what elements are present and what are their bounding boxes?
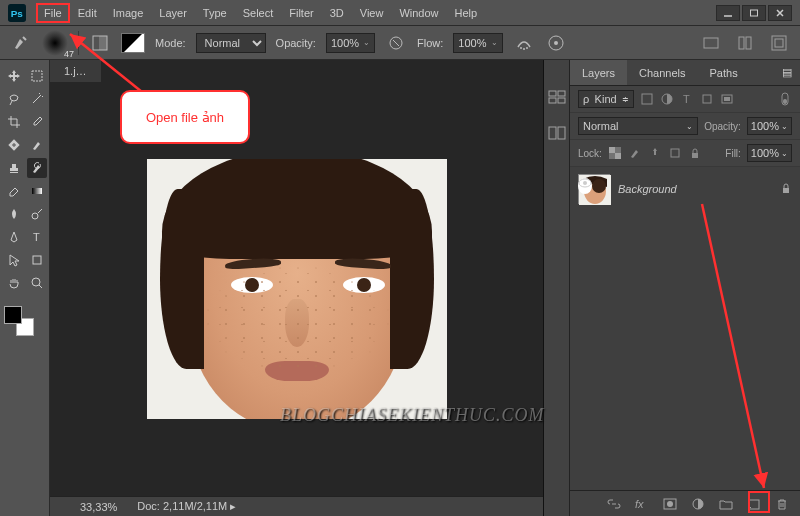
healing-brush-tool[interactable] xyxy=(4,135,24,155)
opacity-field[interactable]: 100%⌄ xyxy=(326,33,375,53)
adjustment-layer-icon[interactable] xyxy=(690,496,706,512)
fill-field[interactable]: 100%⌄ xyxy=(747,144,792,162)
filter-smart-icon[interactable] xyxy=(720,92,734,106)
layer-fx-icon[interactable]: fx xyxy=(634,496,650,512)
mode-label: Mode: xyxy=(155,37,186,49)
svg-rect-3 xyxy=(751,10,758,16)
panel-tabs: Layers Channels Paths ▤ xyxy=(570,60,800,86)
collapsed-panel-icon-1[interactable] xyxy=(548,90,566,106)
svg-rect-30 xyxy=(642,94,652,104)
panel-menu-icon[interactable]: ▤ xyxy=(774,60,800,85)
layer-visibility-icon[interactable] xyxy=(578,178,592,194)
pressure-size-icon[interactable] xyxy=(545,32,567,54)
options-icon-1[interactable] xyxy=(700,32,722,54)
filter-type-icon[interactable]: T xyxy=(680,92,694,106)
blur-tool[interactable] xyxy=(4,204,24,224)
wand-tool[interactable] xyxy=(27,89,47,109)
svg-rect-16 xyxy=(775,39,783,47)
svg-rect-39 xyxy=(609,147,615,153)
layer-row-background[interactable]: Background xyxy=(570,171,800,207)
layer-opacity-label: Opacity: xyxy=(704,121,741,132)
layer-name[interactable]: Background xyxy=(618,183,677,195)
layer-mask-icon[interactable] xyxy=(662,496,678,512)
lock-artboard-icon[interactable] xyxy=(668,146,682,160)
options-icon-2[interactable] xyxy=(734,32,756,54)
svg-rect-26 xyxy=(549,98,556,103)
stamp-tool[interactable] xyxy=(4,158,24,178)
layers-panel-footer: fx xyxy=(570,490,800,516)
svg-rect-25 xyxy=(558,91,565,96)
menu-layer[interactable]: Layer xyxy=(151,3,195,23)
tool-preset-picker[interactable] xyxy=(10,32,32,54)
svg-rect-40 xyxy=(615,153,621,159)
move-tool[interactable] xyxy=(4,66,24,86)
tab-channels[interactable]: Channels xyxy=(627,60,697,85)
hand-tool[interactable] xyxy=(4,273,24,293)
filter-adjust-icon[interactable] xyxy=(660,92,674,106)
brush-preset-picker[interactable]: 47 xyxy=(42,30,68,56)
flow-field[interactable]: 100%⌄ xyxy=(453,33,502,53)
options-bar: 47 Mode: Normal Opacity: 100%⌄ Flow: 100… xyxy=(0,26,800,60)
svg-point-8 xyxy=(523,48,525,50)
marquee-tool[interactable] xyxy=(27,66,47,86)
pressure-opacity-icon[interactable] xyxy=(385,32,407,54)
pen-tool[interactable] xyxy=(4,227,24,247)
menu-type[interactable]: Type xyxy=(195,3,235,23)
lock-pixels-icon[interactable] xyxy=(628,146,642,160)
foreground-color-swatch[interactable] xyxy=(4,306,22,324)
filter-toggle-icon[interactable] xyxy=(778,92,792,106)
menu-view[interactable]: View xyxy=(352,3,392,23)
blend-mode-select[interactable]: Normal xyxy=(196,33,266,53)
svg-point-11 xyxy=(554,41,558,45)
menu-edit[interactable]: Edit xyxy=(70,3,105,23)
filter-pixel-icon[interactable] xyxy=(640,92,654,106)
layer-blend-select[interactable]: Normal⌄ xyxy=(578,117,698,135)
brush-panel-toggle-icon[interactable] xyxy=(89,32,111,54)
link-layers-icon[interactable] xyxy=(606,496,622,512)
menu-window[interactable]: Window xyxy=(391,3,446,23)
svg-rect-28 xyxy=(549,127,556,139)
window-minimize-button[interactable] xyxy=(716,5,740,21)
new-layer-icon[interactable] xyxy=(746,496,762,512)
lock-transparency-icon[interactable] xyxy=(608,146,622,160)
menu-filter[interactable]: Filter xyxy=(281,3,321,23)
shape-tool[interactable] xyxy=(27,250,47,270)
menu-file[interactable]: File xyxy=(36,3,70,23)
window-restore-button[interactable] xyxy=(742,5,766,21)
delete-layer-icon[interactable] xyxy=(774,496,790,512)
dodge-tool[interactable] xyxy=(27,204,47,224)
lock-position-icon[interactable] xyxy=(648,146,662,160)
options-icon-3[interactable] xyxy=(768,32,790,54)
layer-group-icon[interactable] xyxy=(718,496,734,512)
gradient-tool[interactable] xyxy=(27,181,47,201)
document-tab[interactable]: 1.j… xyxy=(50,60,101,82)
crop-tool[interactable] xyxy=(4,112,24,132)
path-select-tool[interactable] xyxy=(4,250,24,270)
layer-opacity-field[interactable]: 100%⌄ xyxy=(747,117,792,135)
type-tool[interactable]: T xyxy=(27,227,47,247)
history-brush-tool[interactable] xyxy=(27,158,47,178)
eyedropper-tool[interactable] xyxy=(27,112,47,132)
airbrush-icon[interactable] xyxy=(513,32,535,54)
menu-help[interactable]: Help xyxy=(447,3,486,23)
color-swatches[interactable] xyxy=(4,306,34,336)
zoom-level[interactable]: 33,33% xyxy=(80,501,117,513)
menu-image[interactable]: Image xyxy=(105,3,152,23)
document-canvas[interactable] xyxy=(50,82,543,496)
window-close-button[interactable] xyxy=(768,5,792,21)
svg-rect-22 xyxy=(33,256,41,264)
lock-all-icon[interactable] xyxy=(688,146,702,160)
lasso-tool[interactable] xyxy=(4,89,24,109)
menu-select[interactable]: Select xyxy=(235,3,282,23)
menu-3d[interactable]: 3D xyxy=(322,3,352,23)
filter-kind-select[interactable]: ρ Kind≑ xyxy=(578,90,634,108)
svg-rect-5 xyxy=(99,36,107,50)
tab-paths[interactable]: Paths xyxy=(698,60,750,85)
brush-tool[interactable] xyxy=(27,135,47,155)
zoom-tool[interactable] xyxy=(27,273,47,293)
tab-layers[interactable]: Layers xyxy=(570,60,627,85)
collapsed-panel-icon-2[interactable] xyxy=(548,126,566,142)
eraser-tool[interactable] xyxy=(4,181,24,201)
filter-shape-icon[interactable] xyxy=(700,92,714,106)
status-bar: 33,33% Doc: 2,11M/2,11M ▸ xyxy=(50,496,543,516)
